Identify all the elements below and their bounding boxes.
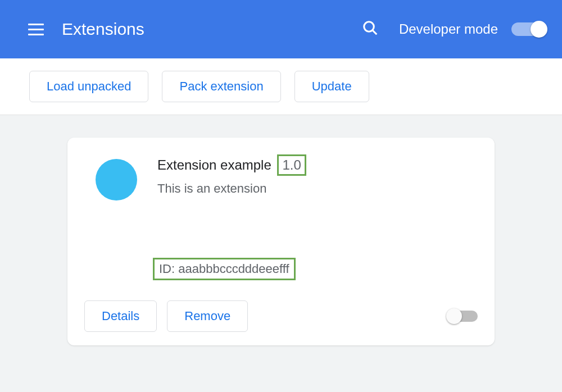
developer-mode-toggle[interactable]: [511, 22, 545, 36]
page-title: Extensions: [62, 20, 362, 39]
header: Extensions Developer mode: [0, 0, 562, 58]
extension-id: ID: aaabbbcccdddeeefff: [153, 258, 296, 280]
menu-icon[interactable]: [28, 24, 44, 35]
remove-button[interactable]: Remove: [167, 300, 248, 332]
card-actions: Details Remove: [84, 300, 478, 332]
extension-description: This is an extension: [157, 181, 478, 196]
details-button[interactable]: Details: [84, 300, 157, 332]
extension-enable-toggle[interactable]: [448, 311, 478, 322]
extension-version: 1.0: [277, 154, 306, 176]
extension-name-row: Extension example 1.0: [157, 154, 478, 176]
load-unpacked-button[interactable]: Load unpacked: [29, 71, 148, 102]
search-icon[interactable]: [362, 20, 379, 39]
developer-mode-label: Developer mode: [399, 21, 498, 37]
toggle-knob: [446, 308, 462, 324]
toggle-knob: [531, 21, 547, 38]
update-button[interactable]: Update: [294, 71, 369, 102]
extension-icon: [96, 159, 137, 200]
developer-toolbar: Load unpacked Pack extension Update: [0, 58, 562, 115]
extension-name: Extension example: [157, 157, 271, 173]
pack-extension-button[interactable]: Pack extension: [162, 71, 280, 102]
extension-card: Extension example 1.0 This is an extensi…: [67, 138, 495, 345]
extension-info: Extension example 1.0 This is an extensi…: [157, 154, 478, 280]
content-area: Extension example 1.0 This is an extensi…: [0, 115, 562, 368]
card-header: Extension example 1.0 This is an extensi…: [84, 154, 478, 280]
svg-point-0: [364, 22, 374, 32]
svg-line-1: [373, 30, 377, 35]
